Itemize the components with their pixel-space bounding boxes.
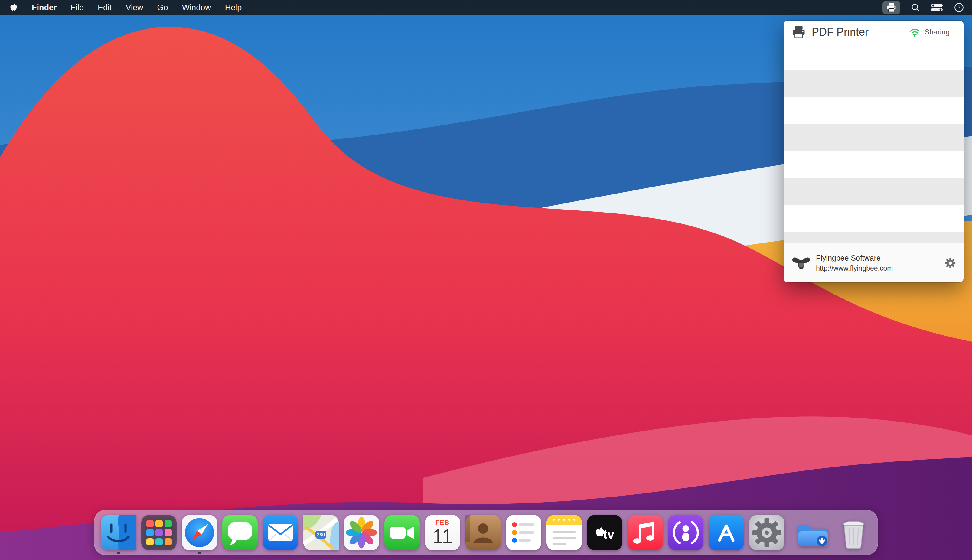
list-row <box>784 151 964 178</box>
sharing-status-label: Sharing... <box>925 28 956 36</box>
pdf-printer-menu-item[interactable] <box>882 1 900 14</box>
dock-item-trash[interactable] <box>836 515 871 550</box>
dock: 280 <box>94 510 878 555</box>
dock-item-mail[interactable] <box>263 515 298 550</box>
list-row <box>784 178 964 205</box>
printer-document-list[interactable] <box>784 43 964 244</box>
dock-item-messages[interactable] <box>222 515 258 550</box>
list-row <box>784 124 964 151</box>
dock-item-tv[interactable]: tv <box>587 515 622 550</box>
menu-item-help[interactable]: Help <box>218 0 249 15</box>
printer-icon <box>792 25 806 39</box>
vendor-url[interactable]: http://www.flyingbee.com <box>816 264 893 272</box>
control-center-icon <box>931 3 943 12</box>
dock-item-reminders[interactable] <box>506 515 541 550</box>
control-center-menu-item[interactable] <box>931 1 943 14</box>
dock-item-calendar[interactable]: FEB 11 <box>425 515 460 550</box>
menu-item-edit[interactable]: Edit <box>91 0 119 15</box>
dock-item-maps[interactable]: 280 <box>303 515 339 550</box>
dock-item-system-preferences[interactable] <box>749 515 785 550</box>
dock-item-music[interactable] <box>627 515 663 550</box>
dock-item-photos[interactable] <box>344 515 379 550</box>
maps-route-badge: 280 <box>317 532 325 537</box>
panel-title: PDF Printer <box>812 26 869 38</box>
list-row <box>784 43 964 70</box>
apple-logo-icon <box>9 2 18 13</box>
menu-item-window[interactable]: Window <box>175 0 218 15</box>
dock-item-launchpad[interactable] <box>141 515 177 550</box>
spotlight-menu-item[interactable] <box>911 1 920 14</box>
dock-separator <box>790 515 790 549</box>
running-indicator <box>198 552 201 554</box>
dock-item-notes[interactable] <box>547 515 582 550</box>
tv-label: tv <box>603 527 615 541</box>
calendar-month: FEB <box>435 519 450 526</box>
printer-icon <box>886 2 897 13</box>
settings-button[interactable] <box>945 258 956 268</box>
list-row <box>784 70 964 97</box>
desktop: Finder File Edit View Go Window Help <box>0 0 972 560</box>
dock-item-downloads[interactable] <box>795 515 831 550</box>
search-icon <box>911 3 920 12</box>
dock-item-finder[interactable] <box>101 515 136 550</box>
dock-item-contacts[interactable] <box>465 515 501 550</box>
vendor-name: Flyingbee Software <box>816 254 893 262</box>
menu-item-view[interactable]: View <box>119 0 150 15</box>
panel-footer: Flyingbee Software http://www.flyingbee.… <box>784 243 964 282</box>
menu-item-file[interactable]: File <box>64 0 91 15</box>
running-indicator <box>117 552 120 554</box>
gear-icon <box>945 258 956 268</box>
list-row <box>784 232 964 244</box>
pdf-printer-panel: PDF Printer Sharing... <box>784 20 964 282</box>
clock-icon <box>954 2 964 13</box>
dock-item-app-store[interactable] <box>709 515 744 550</box>
calendar-day: 11 <box>432 527 452 546</box>
dock-item-podcasts[interactable] <box>668 515 704 550</box>
clock-menu-item[interactable] <box>954 1 964 14</box>
menu-item-go[interactable]: Go <box>150 0 175 15</box>
menu-item-app[interactable]: Finder <box>25 0 64 15</box>
flyingbee-logo-icon <box>792 256 810 270</box>
menu-bar: Finder File Edit View Go Window Help <box>0 0 972 15</box>
pdf-printer-panel-header: PDF Printer Sharing... <box>784 20 964 43</box>
dock-item-facetime[interactable] <box>384 515 420 550</box>
dock-item-safari[interactable] <box>182 515 217 550</box>
list-row <box>784 205 964 232</box>
calendar-icon: FEB 11 <box>425 515 460 550</box>
apple-menu[interactable] <box>0 0 25 15</box>
wifi-sharing-icon <box>909 27 921 37</box>
list-row <box>784 97 964 124</box>
